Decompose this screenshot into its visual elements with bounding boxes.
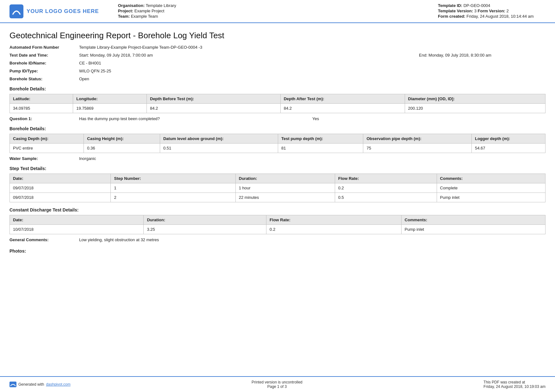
table-cell: 2 — [111, 193, 235, 202]
question1-question: Has the dummy pump test been completed? — [79, 116, 312, 121]
project-value: Example Project — [134, 9, 165, 13]
table-row: 10/07/20183.250.2Pump inlet — [10, 225, 546, 234]
project-line: Project: Example Project — [118, 9, 432, 13]
table-cell: Pump inlet — [401, 225, 545, 234]
borehole-details-2-header-row: Casing Depth (m): Casing Height (m): Dat… — [10, 134, 546, 144]
form-created-value: Friday, 24 August 2018, 10:14:44 am — [466, 14, 533, 19]
template-id-value: DP-GEO-0004 — [464, 3, 490, 8]
pump-id-row: Pump ID/Type: WILO QFN 25-25 — [9, 69, 546, 73]
template-version-value: 3 — [474, 9, 477, 13]
table-row: 09/07/2018222 minutes0.5Pump inlet — [10, 193, 546, 202]
col-depth-before: Depth Before Test (m): — [147, 94, 281, 104]
step-test-header-row: Date: Step Number: Duration: Flow Rate: … — [10, 174, 546, 183]
borehole-status-row: Borehole Status: Open — [9, 77, 546, 81]
header-center: Organisation: Template Library Project: … — [105, 3, 432, 19]
footer-right: This PDF was created at Friday, 24 Augus… — [483, 380, 546, 389]
template-id-line: Template ID: DP-GEO-0004 — [438, 3, 546, 8]
pump-id-label: Pump ID/Type: — [9, 69, 79, 73]
col-casing-depth: Casing Depth (m): — [10, 134, 84, 144]
table-cell: Pump inlet — [437, 193, 545, 202]
table-cell: 3.25 — [144, 225, 266, 234]
test-date-end: End: Monday, 09 July 2018, 8:30:00 am — [419, 53, 546, 58]
water-sample-value: Inorganic — [79, 156, 546, 161]
cell-diameter: 200.120 — [405, 104, 545, 113]
table-row: 09/07/201811 hour0.2Complete — [10, 183, 546, 193]
footer-right-line2: Friday, 24 August 2018, 10:19:03 am — [483, 384, 546, 389]
col-flow-rate: Flow Rate: — [266, 215, 402, 225]
cell-test-pump-depth: 81 — [278, 144, 363, 153]
col-diameter: Diameter (mm) [OD, ID]: — [405, 94, 545, 104]
cell-casing-height: 0.36 — [84, 144, 160, 153]
col-longitude: Longitude: — [73, 94, 147, 104]
table-cell: 22 minutes — [235, 193, 335, 202]
col-depth-after: Depth After Test (m): — [280, 94, 405, 104]
table-cell: 0.2 — [266, 225, 402, 234]
col-duration: Duration: — [144, 215, 266, 225]
header-right: Template ID: DP-GEO-0004 Template Versio… — [438, 3, 546, 19]
logo-area: YOUR LOGO GOES HERE — [9, 3, 99, 19]
cell-logger-depth: 54.67 — [471, 144, 545, 153]
borehole-id-value: CE - BH001 — [79, 61, 546, 65]
cell-longitude: 19.75869 — [73, 104, 147, 113]
photos-title: Photos: — [9, 248, 546, 254]
content: Geotechnical Engineering Report - Boreho… — [0, 23, 555, 376]
col-comments: Comments: — [401, 215, 545, 225]
header: YOUR LOGO GOES HERE Organisation: Templa… — [0, 0, 555, 23]
cell-casing-depth: PVC entire — [10, 144, 84, 153]
borehole-id-row: Borehole ID/Name: CE - BH001 — [9, 61, 546, 65]
col-step-number: Step Number: — [111, 174, 235, 183]
table-cell: 1 hour — [235, 183, 335, 193]
col-flow-rate: Flow Rate: — [335, 174, 437, 183]
general-comments-value: Low yielding, slight obstruction at 32 m… — [79, 237, 546, 242]
team-line: Team: Example Team — [118, 14, 432, 19]
form-version-label: Form Version: — [478, 9, 505, 13]
general-comments-row: General Comments: Low yielding, slight o… — [9, 237, 546, 242]
constant-discharge-title: Constant Discharge Test Details: — [9, 207, 546, 212]
col-date: Date: — [10, 215, 144, 225]
step-test-title: Step Test Details: — [9, 166, 546, 171]
col-date: Date: — [10, 174, 111, 183]
step-test-table: Date: Step Number: Duration: Flow Rate: … — [9, 174, 546, 202]
footer-logo-icon — [9, 382, 16, 387]
form-version-value: 2 — [507, 9, 509, 13]
org-label: Organisation: — [118, 3, 145, 8]
org-value: Template Library — [146, 3, 176, 8]
logo-text: YOUR LOGO GOES HERE — [27, 8, 99, 15]
borehole-details-1-table: Latitude: Longitude: Depth Before Test (… — [9, 94, 546, 113]
team-label: Team: — [118, 14, 130, 19]
cell-latitude: 34.09785 — [10, 104, 73, 113]
footer-left: Generated with dashpivot.com — [9, 382, 71, 387]
borehole-status-label: Borehole Status: — [9, 77, 79, 81]
col-test-pump-depth: Test pump depth (m): — [278, 134, 363, 144]
automated-form-row: Automated Form Number Template Library-E… — [9, 45, 546, 50]
col-comments: Comments: — [437, 174, 545, 183]
water-sample-row: Water Sample: Inorganic — [9, 156, 546, 161]
footer: Generated with dashpivot.com Printed ver… — [0, 376, 555, 392]
borehole-details-2-table: Casing Depth (m): Casing Height (m): Dat… — [9, 134, 546, 153]
table-cell: Complete — [437, 183, 545, 193]
col-duration: Duration: — [235, 174, 335, 183]
footer-center-line1: Printed version is uncontrolled — [252, 380, 302, 384]
test-date-start: Start: Monday, 09 July 2018, 7:00:00 am — [79, 53, 419, 58]
cell-depth-before: 84.2 — [147, 104, 281, 113]
org-line: Organisation: Template Library — [118, 3, 432, 8]
report-title: Geotechnical Engineering Report - Boreho… — [9, 31, 546, 40]
test-date-row: Test Date and Time: Start: Monday, 09 Ju… — [9, 53, 546, 58]
general-comments-label: General Comments: — [9, 237, 79, 242]
footer-link[interactable]: dashpivot.com — [46, 382, 70, 387]
borehole-details-1-title: Borehole Details: — [9, 86, 546, 91]
col-logger-depth: Logger depth (m): — [471, 134, 545, 144]
form-created-label: Form created: — [438, 14, 465, 19]
col-datum-level: Datum level above ground (m): — [160, 134, 278, 144]
template-id-label: Template ID: — [438, 3, 462, 8]
table-cell: 09/07/2018 — [10, 193, 111, 202]
borehole-details-2-title: Borehole Details: — [9, 126, 546, 131]
constant-discharge-header-row: Date: Duration: Flow Rate: Comments: — [10, 215, 546, 225]
page: YOUR LOGO GOES HERE Organisation: Templa… — [0, 0, 555, 392]
test-date-label: Test Date and Time: — [9, 53, 79, 58]
question1-row: Question 1: Has the dummy pump test been… — [9, 116, 546, 121]
pump-id-value: WILO QFN 25-25 — [79, 69, 546, 73]
table-row: PVC entire 0.36 0.51 81 75 54.67 — [10, 144, 546, 153]
team-value: Example Team — [131, 14, 158, 19]
borehole-status-value: Open — [79, 77, 546, 81]
